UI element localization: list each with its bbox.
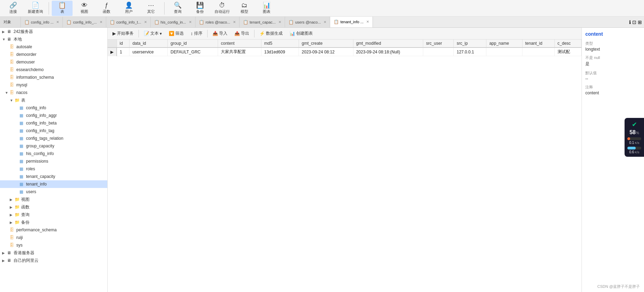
- sidebar-table-config-info[interactable]: ▦ config_info: [0, 104, 107, 112]
- col-header-data-id[interactable]: data_id: [129, 40, 168, 48]
- sidebar-db-performance-schema[interactable]: 🗄 performance_schema: [0, 226, 107, 234]
- col-header-tenant-id[interactable]: tenant_id: [522, 40, 554, 48]
- sidebar-db-nacos[interactable]: ▼ 🗄 nacos: [0, 89, 107, 96]
- cell-md5[interactable]: 13d1ed609: [261, 48, 299, 56]
- cell-src-ip[interactable]: 127.0.0.1: [454, 48, 486, 56]
- sidebar-nacos-tables[interactable]: ▼ 📁 表: [0, 96, 107, 104]
- tab-tenant-capacity[interactable]: 📋 tenant_capac... ✕: [240, 17, 285, 28]
- sidebar-nacos-views[interactable]: ▶ 📁 视图: [0, 196, 107, 203]
- tab-config-info2[interactable]: 📋 config_info_... ✕: [63, 17, 106, 28]
- import-button[interactable]: 📥 导入: [210, 29, 230, 37]
- tab-config-info1[interactable]: 📋 config_info ... ✕: [21, 17, 63, 28]
- other-button[interactable]: ⋯ 其它: [141, 1, 161, 16]
- col-header-src-user[interactable]: src_user: [423, 40, 454, 48]
- create-chart-button[interactable]: 📊 创建图表: [287, 29, 316, 37]
- sidebar-item-242server[interactable]: ▶ 🖥 242服务器: [0, 28, 107, 35]
- tab-close-icon4[interactable]: ✕: [189, 20, 192, 24]
- tab-roles[interactable]: 📋 roles @naco... ✕: [195, 17, 240, 28]
- function-button[interactable]: ƒ 函数: [96, 1, 117, 16]
- view-button[interactable]: 👁 视图: [74, 1, 95, 16]
- tab-users[interactable]: 📋 users @naco... ✕: [285, 17, 330, 28]
- sidebar-db-essearchdemo[interactable]: 🗄 essearchdemo: [0, 66, 107, 74]
- cell-content[interactable]: 大家共享配置: [218, 48, 261, 56]
- cell-group-id[interactable]: DEFAULT_GRC: [168, 48, 218, 56]
- sidebar-table-config-info-beta[interactable]: ▦ config_info_beta: [0, 119, 107, 127]
- col-header-gmt-modified[interactable]: gmt_modified: [353, 40, 423, 48]
- tab-close-icon7[interactable]: ✕: [324, 20, 326, 24]
- tab-close-icon6[interactable]: ✕: [278, 20, 281, 24]
- tab-close-icon3[interactable]: ✕: [144, 20, 147, 24]
- tab-grid-icon[interactable]: ⊞: [638, 19, 642, 25]
- sidebar-nacos-backup[interactable]: ▶ 📁 备份: [0, 218, 107, 226]
- table-container: id data_id group_id content md5 gmt_crea…: [108, 40, 582, 292]
- sidebar-table-group-capacity[interactable]: ▦ group_capacity: [0, 142, 107, 150]
- col-header-group-id[interactable]: group_id: [168, 40, 218, 48]
- model-button[interactable]: 🗂 模型: [234, 1, 255, 16]
- col-header-app-name[interactable]: app_name: [486, 40, 522, 48]
- sidebar-db-autosale[interactable]: 🗄 autosale: [0, 43, 107, 51]
- sidebar-db-ruiji[interactable]: 🗄 ruiji: [0, 234, 107, 241]
- auto-run-button[interactable]: ⏱ 自动运行: [212, 1, 233, 16]
- filter-button[interactable]: 🔽 筛选: [166, 29, 186, 37]
- user-button[interactable]: 👤 用户: [118, 1, 139, 16]
- col-header-md5[interactable]: md5: [261, 40, 299, 48]
- sidebar-item-local[interactable]: ▼ 🖥 本地: [0, 35, 107, 43]
- sidebar-db-demoorder[interactable]: 🗄 demoorder: [0, 51, 107, 58]
- sidebar-table-permissions[interactable]: ▦ permissions: [0, 157, 107, 165]
- connect-button[interactable]: 🔗 连接: [3, 1, 24, 16]
- new-query-button[interactable]: 📄 新建查询: [25, 1, 46, 16]
- sidebar-db-mysql[interactable]: 🗄 mysql: [0, 81, 107, 89]
- col-header-src-ip[interactable]: src_ip: [454, 40, 486, 48]
- sort-button[interactable]: ↕ 排序: [188, 29, 205, 37]
- sidebar-table-config-tags-relation[interactable]: ▦ config_tags_relation: [0, 135, 107, 142]
- sidebar-table-roles[interactable]: ▦ roles: [0, 165, 107, 173]
- table-row-icon8: ▦: [19, 159, 25, 164]
- tab-tenant-info[interactable]: 📋 tenant_info ... ✕: [330, 17, 373, 28]
- tab-object[interactable]: 对象: [0, 17, 21, 28]
- table-button[interactable]: 📋 表: [52, 1, 73, 16]
- tab-close-icon2[interactable]: ✕: [100, 20, 102, 24]
- cell-gmt-create[interactable]: 2023-09-24 08:12: [299, 48, 353, 56]
- cell-id[interactable]: 1: [117, 48, 129, 56]
- net-percent-value: 58: [629, 130, 636, 135]
- sidebar-item-aliyun[interactable]: ▶ 🖥 自己的阿里云: [0, 257, 107, 264]
- cell-gmt-modified[interactable]: 2023-09-24 08:18:(Null): [353, 48, 423, 56]
- tab-his-config[interactable]: 📋 his_config_in... ✕: [151, 17, 195, 28]
- sidebar-table-tenant-info[interactable]: ▦ tenant_info: [0, 180, 107, 188]
- col-header-gmt-create[interactable]: gmt_create: [299, 40, 353, 48]
- generate-data-button[interactable]: ⚡ 数据生成: [257, 29, 285, 37]
- tab-close-icon5[interactable]: ✕: [233, 20, 236, 24]
- cell-data-id[interactable]: userservice: [129, 48, 168, 56]
- start-transaction-button[interactable]: ▶ 开始事务: [110, 29, 136, 37]
- cell-app-name[interactable]: [486, 48, 522, 56]
- tab-close-icon[interactable]: ✕: [56, 20, 59, 24]
- panel-section-not-null: 不是 null 是: [585, 55, 641, 67]
- export-button[interactable]: 📤 导出: [232, 29, 252, 37]
- sidebar-item-hk-server[interactable]: ▶ 🖥 香港服务器: [0, 249, 107, 257]
- tab-close-icon8[interactable]: ✕: [366, 20, 369, 24]
- cell-c-desc[interactable]: 测试配: [554, 48, 581, 56]
- chart-button[interactable]: 📊 图表: [256, 1, 277, 16]
- sidebar-table-tenant-capacity[interactable]: ▦ tenant_capacity: [0, 173, 107, 180]
- tab-info-icon[interactable]: ℹ: [629, 19, 631, 25]
- text-button[interactable]: 📝 文本 ▾: [141, 29, 165, 37]
- tab-config-info-t[interactable]: 📋 config_info_t... ✕: [106, 17, 151, 28]
- cell-tenant-id[interactable]: [522, 48, 554, 56]
- sidebar-nacos-queries[interactable]: ▶ 📁 查询: [0, 211, 107, 218]
- sidebar-table-config-info-tag[interactable]: ▦ config_info_tag: [0, 127, 107, 135]
- sidebar-db-sys[interactable]: 🗄 sys: [0, 241, 107, 249]
- query-button[interactable]: 🔍 查询: [167, 1, 188, 16]
- col-header-id[interactable]: id: [117, 40, 129, 48]
- sidebar-table-users[interactable]: ▦ users: [0, 188, 107, 196]
- backup-button[interactable]: 💾 备份: [190, 1, 210, 16]
- table-row[interactable]: ▶ 1 userservice DEFAULT_GRC 大家共享配置 13d1e…: [108, 48, 582, 56]
- tab-layout-icon[interactable]: ⊡: [632, 19, 636, 25]
- sidebar-table-his-config-info[interactable]: ▦ his_config_info: [0, 150, 107, 157]
- sidebar-nacos-functions[interactable]: ▶ 📁 函数: [0, 203, 107, 211]
- cell-src-user[interactable]: [423, 48, 454, 56]
- sidebar-db-demouser[interactable]: 🗄 demouser: [0, 58, 107, 66]
- col-header-content[interactable]: content: [218, 40, 261, 48]
- sidebar-db-information-schema[interactable]: 🗄 information_schema: [0, 74, 107, 81]
- col-header-c-desc[interactable]: c_desc: [554, 40, 581, 48]
- sidebar-table-config-info-aggr[interactable]: ▦ config_info_aggr: [0, 112, 107, 119]
